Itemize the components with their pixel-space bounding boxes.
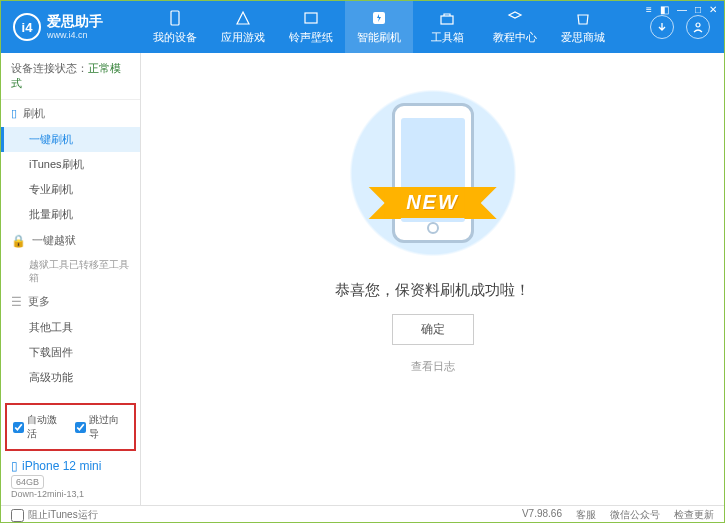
success-message: 恭喜您，保资料刷机成功啦！ <box>335 281 530 300</box>
app-name: 爱思助手 <box>47 14 103 29</box>
section-jailbreak[interactable]: 🔒 一键越狱 <box>1 227 140 254</box>
view-log-link[interactable]: 查看日志 <box>411 359 455 374</box>
checkbox-skip-guide[interactable]: 跳过向导 <box>75 413 129 441</box>
nav-my-device[interactable]: 我的设备 <box>141 1 209 53</box>
app-url: www.i4.cn <box>47 30 103 40</box>
device-model: Down-12mini-13,1 <box>11 489 130 499</box>
svg-rect-0 <box>171 11 179 25</box>
status-bar: 阻止iTunes运行 V7.98.66 客服 微信公众号 检查更新 <box>1 505 724 523</box>
user-button[interactable] <box>686 15 710 39</box>
download-button[interactable] <box>650 15 674 39</box>
main-content: NEW 恭喜您，保资料刷机成功啦！ 确定 查看日志 <box>141 53 724 505</box>
sidebar-item-itunes-flash[interactable]: iTunes刷机 <box>1 152 140 177</box>
window-controls: ≡ ◧ — □ ✕ <box>646 4 717 15</box>
wallpaper-icon <box>302 9 320 27</box>
close-icon[interactable]: ✕ <box>709 4 717 15</box>
device-icon: ▯ <box>11 459 18 473</box>
sidebar-item-batch-flash[interactable]: 批量刷机 <box>1 202 140 227</box>
connected-device[interactable]: ▯iPhone 12 mini 64GB Down-12mini-13,1 <box>1 453 140 505</box>
device-storage: 64GB <box>11 475 44 489</box>
sidebar-item-other-tools[interactable]: 其他工具 <box>1 315 140 340</box>
lock-icon: 🔒 <box>11 234 26 248</box>
device-icon <box>166 9 184 27</box>
app-logo: i4 爱思助手 www.i4.cn <box>1 13 141 41</box>
footer-link-wechat[interactable]: 微信公众号 <box>610 508 660 522</box>
nav-store[interactable]: 爱思商城 <box>549 1 617 53</box>
svg-point-4 <box>696 23 700 27</box>
apps-icon <box>234 9 252 27</box>
flash-icon <box>370 9 388 27</box>
more-icon: ☰ <box>11 295 22 309</box>
tutorial-icon <box>506 9 524 27</box>
svg-rect-3 <box>441 16 453 24</box>
sidebar-item-oneclick-flash[interactable]: 一键刷机 <box>1 127 140 152</box>
jailbreak-note: 越狱工具已转移至工具箱 <box>1 254 140 288</box>
phone-icon: ▯ <box>11 107 17 120</box>
sidebar-item-advanced[interactable]: 高级功能 <box>1 365 140 390</box>
phone-graphic <box>392 103 474 243</box>
minimize-icon[interactable]: — <box>677 4 687 15</box>
footer-link-support[interactable]: 客服 <box>576 508 596 522</box>
success-illustration: NEW <box>333 83 533 263</box>
sidebar-item-download-firmware[interactable]: 下载固件 <box>1 340 140 365</box>
checkbox-auto-activate[interactable]: 自动激活 <box>13 413 67 441</box>
footer-link-update[interactable]: 检查更新 <box>674 508 714 522</box>
sidebar-item-pro-flash[interactable]: 专业刷机 <box>1 177 140 202</box>
nav-tutorials[interactable]: 教程中心 <box>481 1 549 53</box>
nav-ringtone-wallpaper[interactable]: 铃声壁纸 <box>277 1 345 53</box>
section-more[interactable]: ☰ 更多 <box>1 288 140 315</box>
main-nav: 我的设备 应用游戏 铃声壁纸 智能刷机 工具箱 教程中心 爱思商城 <box>141 1 650 53</box>
device-status: 设备连接状态：正常模式 <box>1 53 140 100</box>
sidebar: 设备连接状态：正常模式 ▯ 刷机 一键刷机 iTunes刷机 专业刷机 批量刷机… <box>1 53 141 505</box>
ok-button[interactable]: 确定 <box>392 314 474 345</box>
checkbox-block-itunes[interactable]: 阻止iTunes运行 <box>11 508 98 522</box>
new-ribbon: NEW <box>386 187 479 218</box>
section-flash[interactable]: ▯ 刷机 <box>1 100 140 127</box>
skin-icon[interactable]: ◧ <box>660 4 669 15</box>
nav-apps-games[interactable]: 应用游戏 <box>209 1 277 53</box>
logo-icon: i4 <box>13 13 41 41</box>
svg-rect-1 <box>305 13 317 23</box>
app-header: i4 爱思助手 www.i4.cn 我的设备 应用游戏 铃声壁纸 智能刷机 工具… <box>1 1 724 53</box>
nav-smart-flash[interactable]: 智能刷机 <box>345 1 413 53</box>
version-label: V7.98.66 <box>522 508 562 522</box>
toolbox-icon <box>438 9 456 27</box>
store-icon <box>574 9 592 27</box>
options-highlight: 自动激活 跳过向导 <box>5 403 136 451</box>
maximize-icon[interactable]: □ <box>695 4 701 15</box>
menu-icon[interactable]: ≡ <box>646 4 652 15</box>
nav-toolbox[interactable]: 工具箱 <box>413 1 481 53</box>
